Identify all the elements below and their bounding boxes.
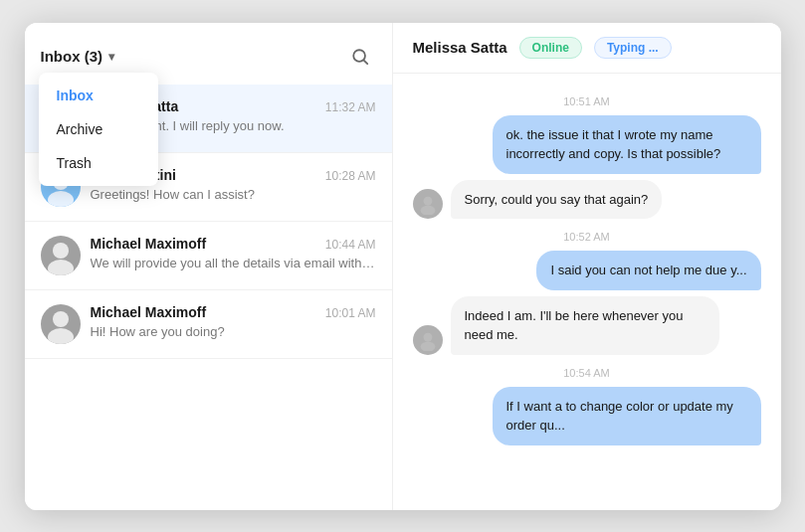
left-header: Inbox (3) ▾ Inbox Archive Trash (25, 23, 392, 85)
message-bubble-right-3: If I want a to change color or update my… (493, 387, 761, 445)
timestamp-1051: 10:51 AM (413, 95, 761, 107)
msg-avatar-agent-1 (413, 189, 443, 219)
svg-point-12 (423, 332, 432, 341)
dropdown-item-trash[interactable]: Trash (39, 146, 158, 180)
search-icon (351, 48, 369, 66)
conv-time-sarah: 10:28 AM (325, 169, 376, 183)
svg-point-5 (48, 191, 74, 207)
msg-avatar-agent-2 (413, 325, 443, 355)
dropdown-item-inbox[interactable]: Inbox (39, 79, 158, 112)
inbox-label: Inbox (3) (41, 48, 103, 65)
app-window: Inbox (3) ▾ Inbox Archive Trash (25, 23, 781, 510)
svg-line-1 (363, 60, 367, 64)
conv-time-michael1: 10:44 AM (325, 238, 376, 252)
conv-preview-michael2: Hi! How are you doing? (91, 324, 376, 339)
search-button[interactable] (344, 41, 376, 73)
message-bubble-right-1: ok. the issue it that I wrote my name in… (493, 115, 761, 174)
svg-point-6 (53, 243, 69, 259)
chat-contact-name: Melissa Satta (413, 39, 507, 56)
typing-badge: Typing ... (594, 37, 672, 59)
conv-preview-michael1: We will provide you all the details via … (91, 256, 376, 270)
right-panel: Melissa Satta Online Typing ... 10:51 AM… (393, 23, 781, 510)
svg-point-11 (420, 205, 435, 215)
svg-point-13 (420, 341, 435, 351)
avatar-michael1 (41, 236, 81, 275)
svg-point-10 (423, 197, 432, 206)
conversation-body-michael2: Michael Maximoff 10:01 AM Hi! How are yo… (91, 304, 376, 339)
message-row-right-1: ok. the issue it that I wrote my name in… (413, 115, 761, 174)
conversation-item-michael2[interactable]: Michael Maximoff 10:01 AM Hi! How are yo… (25, 290, 392, 359)
conv-name-michael2: Michael Maximoff (91, 304, 207, 320)
chat-header: Melissa Satta Online Typing ... (393, 23, 781, 74)
inbox-dropdown: Inbox Archive Trash (39, 73, 158, 186)
left-panel: Inbox (3) ▾ Inbox Archive Trash (25, 23, 393, 510)
svg-point-7 (48, 260, 74, 275)
conv-time-melissa: 11:32 AM (325, 100, 376, 114)
svg-point-9 (48, 328, 74, 344)
message-row-left-2: Indeed I am. I'll be here whenever you n… (413, 296, 761, 355)
message-row-right-2: I said you can not help me due y... (413, 251, 761, 290)
conv-time-michael2: 10:01 AM (325, 306, 376, 320)
conversation-item-michael1[interactable]: Michael Maximoff 10:44 AM We will provid… (25, 222, 392, 290)
message-bubble-left-1: Sorry, could you say that again? (451, 180, 663, 220)
online-badge: Online (519, 37, 582, 59)
conv-name-michael1: Michael Maximoff (91, 236, 207, 252)
inbox-selector[interactable]: Inbox (3) ▾ (41, 48, 115, 65)
svg-point-8 (53, 311, 69, 327)
conv-preview-sarah: Greetings! How can I assist? (91, 187, 376, 202)
dropdown-item-archive[interactable]: Archive (39, 112, 158, 146)
chevron-down-icon: ▾ (108, 50, 114, 64)
message-row-left-1: Sorry, could you say that again? (413, 180, 761, 220)
conversation-body-michael1: Michael Maximoff 10:44 AM We will provid… (91, 236, 376, 270)
timestamp-1054: 10:54 AM (413, 367, 761, 379)
messages-area: 10:51 AM ok. the issue it that I wrote m… (393, 74, 781, 510)
timestamp-1052: 10:52 AM (413, 231, 761, 243)
message-bubble-right-2: I said you can not help me due y... (536, 251, 760, 290)
message-bubble-left-2: Indeed I am. I'll be here whenever you n… (451, 296, 719, 355)
avatar-michael2 (41, 304, 81, 344)
message-row-right-3: If I want a to change color or update my… (413, 387, 761, 445)
